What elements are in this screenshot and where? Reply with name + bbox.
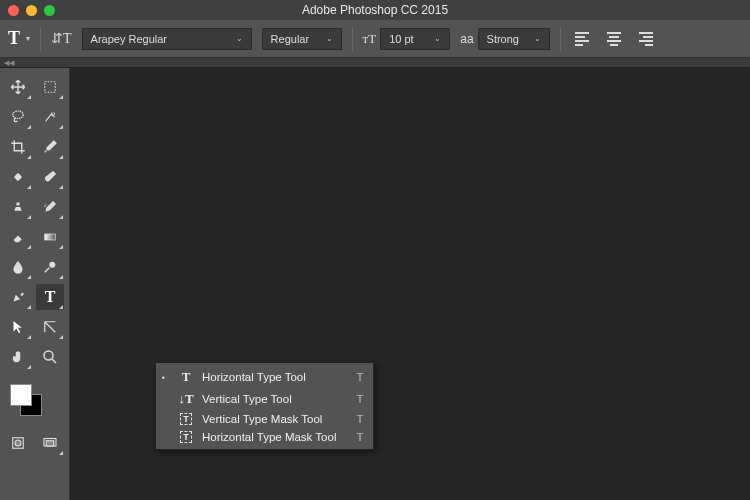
type-tool[interactable]: T — [36, 284, 64, 310]
blur-tool[interactable] — [4, 254, 32, 280]
history-brush-tool[interactable] — [36, 194, 64, 220]
antialias-group: aa Strong ⌄ — [460, 28, 549, 50]
flyout-label: Vertical Type Tool — [202, 393, 336, 405]
workspace: T ▪ T Horizontal Type Tool T — [0, 68, 750, 500]
chevron-down-icon: ⌄ — [236, 34, 243, 43]
divider — [40, 27, 41, 51]
align-right-button[interactable] — [635, 28, 657, 50]
canvas-area[interactable]: ▪ T Horizontal Type Tool T ↓T Vertical T… — [70, 68, 750, 500]
svg-rect-0 — [45, 82, 56, 93]
quick-mask-toggle[interactable] — [4, 430, 32, 456]
eyedropper-tool[interactable] — [36, 134, 64, 160]
shortcut-key: T — [356, 371, 363, 383]
pen-tool[interactable] — [4, 284, 32, 310]
type-tool-flyout: ▪ T Horizontal Type Tool T ↓T Vertical T… — [155, 362, 374, 450]
gradient-tool[interactable] — [36, 224, 64, 250]
tools-panel: T — [0, 68, 70, 500]
divider — [352, 27, 353, 51]
font-size-value: 10 pt — [389, 33, 413, 45]
foreground-color-swatch[interactable] — [10, 384, 32, 406]
chevron-down-icon: ⌄ — [534, 34, 541, 43]
divider — [560, 27, 561, 51]
type-tool-icon: T — [8, 28, 20, 49]
font-family-value: Arapey Regular — [91, 33, 167, 45]
options-bar: T ▾ ⇵T Arapey Regular ⌄ Regular ⌄ тT 10 … — [0, 20, 750, 58]
tool-preset-picker[interactable]: T ▾ — [8, 28, 30, 49]
shortcut-key: T — [356, 393, 363, 405]
font-style-dropdown[interactable]: Regular ⌄ — [262, 28, 342, 50]
minimize-window-button[interactable] — [26, 5, 37, 16]
horizontal-type-mask-icon: T — [178, 431, 194, 443]
orientation-icon: ⇵T — [51, 30, 72, 47]
flyout-label: Horizontal Type Tool — [202, 371, 336, 383]
flyout-item-horizontal-type[interactable]: ▪ T Horizontal Type Tool T — [156, 366, 373, 388]
svg-rect-10 — [46, 441, 54, 446]
hand-tool[interactable] — [4, 344, 32, 370]
flyout-item-vertical-type[interactable]: ↓T Vertical Type Tool T — [156, 388, 373, 410]
app-title: Adobe Photoshop CC 2015 — [302, 3, 448, 17]
close-window-button[interactable] — [8, 5, 19, 16]
font-size-group: тT 10 pt ⌄ — [363, 28, 451, 50]
flyout-label: Vertical Type Mask Tool — [202, 413, 336, 425]
align-center-button[interactable] — [603, 28, 625, 50]
chevron-down-icon: ⌄ — [326, 34, 333, 43]
window-controls — [0, 5, 55, 16]
crop-tool[interactable] — [4, 134, 32, 160]
align-left-button[interactable] — [571, 28, 593, 50]
flyout-item-horizontal-type-mask[interactable]: T Horizontal Type Mask Tool T — [156, 428, 373, 446]
title-bar: Adobe Photoshop CC 2015 — [0, 0, 750, 20]
text-orientation-toggle[interactable]: ⇵T — [51, 30, 72, 47]
vertical-type-mask-icon: T — [178, 413, 194, 425]
eraser-tool[interactable] — [4, 224, 32, 250]
vertical-type-icon: ↓T — [178, 391, 194, 407]
svg-rect-4 — [45, 234, 56, 240]
font-style-value: Regular — [271, 33, 310, 45]
flyout-item-vertical-type-mask[interactable]: T Vertical Type Mask Tool T — [156, 410, 373, 428]
clone-stamp-tool[interactable] — [4, 194, 32, 220]
collapse-arrows-icon[interactable]: ◀◀ — [4, 59, 14, 67]
svg-point-8 — [15, 440, 21, 446]
svg-point-6 — [44, 351, 53, 360]
document-tab-strip: ◀◀ — [0, 58, 750, 68]
chevron-down-icon: ⌄ — [434, 34, 441, 43]
shortcut-key: T — [356, 413, 363, 425]
brush-tool[interactable] — [36, 164, 64, 190]
rectangle-tool[interactable] — [36, 314, 64, 340]
flyout-label: Horizontal Type Mask Tool — [202, 431, 336, 443]
spot-healing-tool[interactable] — [4, 164, 32, 190]
rectangular-marquee-tool[interactable] — [36, 74, 64, 100]
dodge-tool[interactable] — [36, 254, 64, 280]
screen-mode-toggle[interactable] — [36, 430, 64, 456]
shortcut-key: T — [356, 431, 363, 443]
move-tool[interactable] — [4, 74, 32, 100]
path-selection-tool[interactable] — [4, 314, 32, 340]
font-family-dropdown[interactable]: Arapey Regular ⌄ — [82, 28, 252, 50]
horizontal-type-icon: T — [178, 369, 194, 385]
selected-mark-icon: ▪ — [162, 373, 170, 382]
antialias-label: aa — [460, 32, 473, 46]
font-size-dropdown[interactable]: 10 pt ⌄ — [380, 28, 450, 50]
svg-rect-3 — [14, 173, 22, 181]
antialias-dropdown[interactable]: Strong ⌄ — [478, 28, 550, 50]
svg-point-1 — [13, 111, 24, 119]
font-size-icon: тT — [363, 31, 377, 47]
zoom-window-button[interactable] — [44, 5, 55, 16]
lasso-tool[interactable] — [4, 104, 32, 130]
svg-point-5 — [49, 262, 55, 268]
quick-selection-tool[interactable] — [36, 104, 64, 130]
chevron-down-icon: ▾ — [26, 34, 30, 43]
color-swatches[interactable] — [4, 384, 65, 420]
zoom-tool[interactable] — [36, 344, 64, 370]
antialias-value: Strong — [487, 33, 519, 45]
